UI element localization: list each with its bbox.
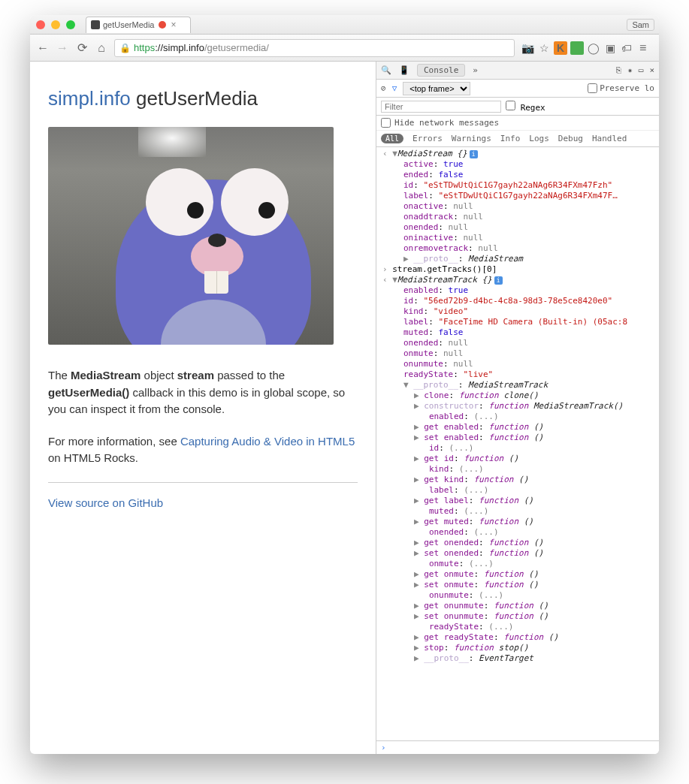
browser-tab[interactable]: getUserMedia × (86, 17, 191, 33)
reload-button[interactable]: ⟳ (75, 41, 89, 55)
recording-icon (159, 21, 166, 29)
close-icon[interactable] (36, 20, 45, 29)
log-levels: All Errors Warnings Info Logs Debug Hand… (376, 131, 659, 147)
back-button[interactable]: ← (36, 41, 50, 55)
forward-button[interactable]: → (56, 41, 69, 55)
hide-network-checkbox[interactable] (381, 118, 391, 128)
extension-ring-icon[interactable]: ◯ (587, 41, 600, 55)
cast-icon[interactable]: ▣ (603, 41, 617, 55)
lock-icon: 🔒 (119, 43, 131, 53)
page-title-rest: getUserMedia (131, 87, 258, 110)
drawer-icon[interactable]: ⎘ (616, 65, 621, 75)
devtools-close-icon[interactable]: × (649, 65, 654, 75)
filter-input[interactable] (381, 101, 501, 113)
console-prompt[interactable]: › (376, 740, 659, 754)
divider (48, 482, 358, 483)
preserve-log-checkbox[interactable]: Preserve lo (588, 83, 654, 93)
site-home-link[interactable]: simpl.info (48, 87, 131, 110)
url-input[interactable]: 🔒 https://simpl.info/getusermedia/ (114, 39, 515, 57)
paragraph-1: The MediaStream object stream passed to … (48, 367, 358, 418)
tab-close-icon[interactable]: × (171, 20, 176, 30)
video-preview (48, 127, 334, 345)
toolbar-icons: 📷 ☆ K ◯ ▣ 🏷 (521, 41, 633, 55)
url-path: /getusermedia/ (204, 42, 269, 53)
paragraph-2: For more information, see Capturing Audi… (48, 433, 358, 467)
devtools-toolbar: 🔍 📱 Console » ⎘ ✷ ▭ × (376, 62, 659, 80)
page-title: simpl.info getUserMedia (48, 84, 358, 113)
inspect-icon[interactable]: 🔍 (381, 65, 391, 75)
clear-console-icon[interactable]: ⊘ (381, 83, 386, 93)
frame-select[interactable]: <top frame> (403, 82, 470, 95)
menu-button[interactable]: ≡ (639, 41, 653, 55)
level-all[interactable]: All (381, 134, 403, 143)
star-icon[interactable]: ☆ (537, 41, 551, 55)
capturing-link[interactable]: Capturing Audio & Video in HTML5 (180, 435, 355, 448)
extension-check-icon[interactable] (570, 41, 584, 55)
navbar: ← → ⟳ ⌂ 🔒 https://simpl.info/getusermedi… (30, 35, 659, 62)
level-logs[interactable]: Logs (529, 134, 549, 143)
dock-icon[interactable]: ▭ (639, 65, 644, 75)
content-area: simpl.info getUserMedia The MediaStream … (30, 62, 659, 754)
console-tab[interactable]: Console (417, 64, 465, 77)
level-handled[interactable]: Handled (592, 134, 627, 143)
devtools-context-bar: ⊘ ▽ <top frame> Preserve lo (376, 80, 659, 98)
device-icon[interactable]: 📱 (399, 65, 409, 75)
minimize-icon[interactable] (51, 20, 60, 29)
page-content: simpl.info getUserMedia The MediaStream … (30, 62, 376, 754)
more-tabs-icon[interactable]: » (473, 65, 478, 75)
url-scheme: https (134, 42, 155, 53)
extension-tag-icon[interactable]: 🏷 (620, 41, 633, 55)
browser-window: getUserMedia × Sam ← → ⟳ ⌂ 🔒 https://sim… (30, 15, 659, 754)
profile-button[interactable]: Sam (627, 19, 654, 31)
level-info[interactable]: Info (500, 134, 521, 143)
devtools-panel: 🔍 📱 Console » ⎘ ✷ ▭ × ⊘ ▽ <top frame> Pr… (376, 62, 659, 754)
level-debug[interactable]: Debug (558, 134, 583, 143)
filter-icon[interactable]: ▽ (392, 83, 397, 93)
maximize-icon[interactable] (66, 20, 75, 29)
regex-checkbox[interactable]: Regex (506, 101, 545, 113)
camera-icon[interactable]: 📷 (521, 41, 534, 55)
home-button[interactable]: ⌂ (95, 41, 108, 55)
level-errors[interactable]: Errors (412, 134, 443, 143)
devtools-filter-row: Regex (376, 98, 659, 116)
console-output[interactable]: ‹ ▼MediaStream {}iactive: trueended: fal… (376, 147, 659, 740)
url-host: ://simpl.info (155, 42, 204, 53)
tab-title: getUserMedia (103, 20, 154, 29)
titlebar: getUserMedia × Sam (30, 15, 659, 35)
window-controls (36, 20, 75, 29)
extension-k-icon[interactable]: K (554, 41, 567, 55)
level-warnings[interactable]: Warnings (452, 134, 491, 143)
hide-network-row: Hide network messages (376, 116, 659, 131)
settings-icon[interactable]: ✷ (627, 65, 633, 75)
github-link[interactable]: View source on GitHub (48, 496, 163, 509)
favicon-icon (91, 20, 100, 29)
